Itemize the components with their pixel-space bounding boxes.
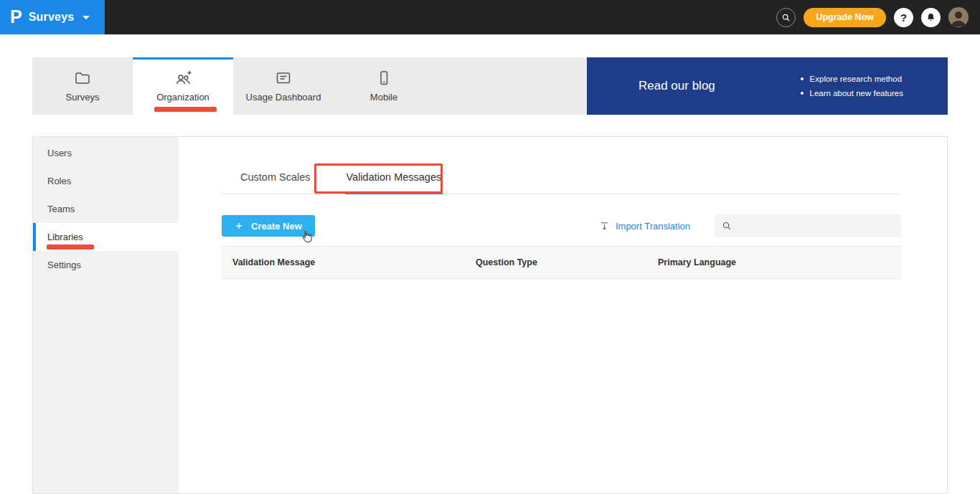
- plus-icon: [235, 222, 243, 230]
- module-tab-mobile[interactable]: Mobile: [334, 57, 434, 115]
- bullet-dot: [801, 92, 804, 95]
- main-card: Users Roles Teams Libraries Settings Cus…: [32, 136, 948, 494]
- help-button[interactable]: ?: [894, 8, 913, 27]
- table-body-empty: [222, 279, 901, 322]
- search-input[interactable]: [737, 221, 894, 232]
- column-header-validation-message: Validation Message: [232, 257, 476, 267]
- upgrade-now-button[interactable]: Upgrade Now: [804, 8, 886, 27]
- blog-promo-panel[interactable]: Read our blog Explore research method Le…: [587, 57, 948, 115]
- blog-bullet-text: Learn about new features: [810, 89, 903, 98]
- import-translation-link[interactable]: Import Translation: [599, 221, 690, 232]
- blog-bullet: Explore research method: [801, 75, 903, 83]
- create-new-label: Create New: [251, 221, 302, 232]
- notifications-bell-icon[interactable]: [921, 8, 941, 27]
- search-icon[interactable]: [776, 8, 796, 27]
- blog-bullet-list: Explore research method Learn about new …: [801, 75, 903, 98]
- app-switcher[interactable]: P Surveys: [0, 0, 105, 34]
- module-tab-organization[interactable]: Organization: [133, 57, 233, 115]
- topbar: P Surveys Upgrade Now ?: [0, 0, 980, 34]
- sidebar-item-teams[interactable]: Teams: [33, 195, 179, 223]
- module-tab-label: Surveys: [66, 92, 100, 103]
- blog-bullet: Learn about new features: [801, 89, 903, 98]
- avatar[interactable]: [948, 7, 969, 27]
- module-nav: Surveys Organization Usage Dashboard Mob…: [32, 57, 948, 115]
- sidebar-item-settings[interactable]: Settings: [33, 251, 179, 279]
- chevron-down-icon: [83, 16, 90, 19]
- blog-title: Read our blog: [639, 79, 715, 93]
- annotation-underline-libraries: [47, 244, 94, 250]
- sidebar-item-label: Settings: [47, 260, 81, 270]
- brand-logo: P: [10, 8, 22, 26]
- people-add-icon: [174, 70, 192, 87]
- module-tab-surveys[interactable]: Surveys: [32, 57, 133, 115]
- sidebar-item-roles[interactable]: Roles: [33, 167, 179, 195]
- sidebar-item-label: Libraries: [47, 232, 83, 242]
- topbar-actions: Upgrade Now ?: [776, 7, 980, 27]
- app-name: Surveys: [29, 11, 75, 24]
- column-header-primary-language: Primary Language: [658, 257, 901, 267]
- annotation-box-validation-messages: [314, 163, 443, 194]
- settings-sidebar: Users Roles Teams Libraries Settings: [33, 137, 179, 493]
- sidebar-item-label: Users: [47, 148, 72, 158]
- search-icon: [722, 221, 732, 231]
- import-icon: [599, 221, 610, 232]
- create-new-button[interactable]: Create New: [222, 215, 315, 237]
- import-translation-label: Import Translation: [616, 221, 690, 232]
- toolbar: Create New Import Translation: [222, 214, 901, 238]
- dashboard-icon: [275, 70, 292, 87]
- sidebar-item-label: Teams: [47, 204, 75, 214]
- sidebar-item-label: Roles: [47, 176, 71, 186]
- column-header-question-type: Question Type: [476, 257, 658, 267]
- blog-bullet-text: Explore research method: [810, 75, 902, 83]
- module-tab-label: Usage Dashboard: [246, 92, 321, 103]
- tab-custom-scales[interactable]: Custom Scales: [239, 167, 312, 194]
- mobile-icon: [375, 70, 392, 87]
- module-tab-label: Mobile: [370, 92, 397, 103]
- toolbar-right: Import Translation: [599, 214, 901, 237]
- module-tab-usage-dashboard[interactable]: Usage Dashboard: [233, 57, 334, 115]
- table-header-row: Validation Message Question Type Primary…: [222, 246, 901, 279]
- libraries-content: Custom Scales Validation Messages Create…: [179, 137, 947, 493]
- sidebar-item-users[interactable]: Users: [33, 139, 179, 167]
- search-box: [715, 214, 901, 237]
- bullet-dot: [801, 77, 804, 80]
- folder-icon: [74, 70, 91, 87]
- module-tab-label: Organization: [156, 92, 209, 103]
- annotation-underline-organization: [154, 107, 217, 112]
